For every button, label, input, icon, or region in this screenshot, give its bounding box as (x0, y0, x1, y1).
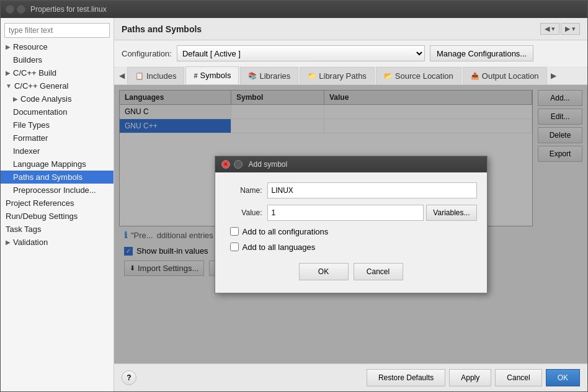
tab-libraries[interactable]: 📚 Libraries (240, 67, 298, 84)
bottom-bar-left: ? (122, 370, 136, 385)
expand-icon: ▼ (6, 82, 12, 89)
sidebar-item-language-mappings[interactable]: Language Mappings (1, 158, 114, 171)
tab-source-location[interactable]: 📂 Source Location (376, 67, 461, 84)
titlebar-buttons (6, 5, 25, 14)
manage-configurations-button[interactable]: Manage Configurations... (430, 45, 533, 61)
tab-library-paths[interactable]: 📁 Library Paths (300, 67, 375, 84)
sidebar-item-label: Run/Debug Settings (6, 212, 78, 221)
tab-output-location-label: Output Location (482, 71, 539, 81)
modal-buttons: OK Cancel (225, 258, 477, 283)
bottom-bar: ? Restore Defaults Apply Cancel OK (114, 363, 587, 391)
value-input[interactable] (267, 205, 424, 221)
modal-body: Name: Value: Variables... (215, 172, 487, 293)
main-window: Properties for test.linux ▶ Resource Bui… (0, 0, 588, 392)
add-all-langs-row: Add to all languages (225, 243, 477, 252)
sidebar-item-label: Preprocessor Include... (13, 185, 96, 195)
tab-scroll-left-button[interactable]: ◀ (117, 69, 127, 82)
tab-library-paths-label: Library Paths (319, 71, 367, 81)
tab-includes-label: Includes (146, 71, 176, 81)
sidebar-item-label: Project References (6, 198, 74, 208)
sidebar-item-task-tags[interactable]: Task Tags (1, 223, 114, 236)
add-all-configs-row: Add to all configurations (225, 227, 477, 236)
apply-button[interactable]: Apply (449, 369, 491, 386)
expand-icon: ▶ (13, 96, 18, 102)
sidebar-item-label: Paths and Symbols (13, 172, 82, 182)
name-field-row: Name: (225, 182, 477, 198)
modal-minimize-button[interactable] (234, 160, 243, 169)
sidebar-item-run-debug[interactable]: Run/Debug Settings (1, 210, 114, 223)
tab-symbols[interactable]: # Symbols (185, 66, 239, 84)
variables-button[interactable]: Variables... (426, 205, 476, 221)
output-location-tab-icon: 📤 (471, 72, 479, 80)
expand-icon: ▶ (6, 43, 11, 50)
sidebar-item-paths-and-symbols[interactable]: Paths and Symbols (1, 171, 114, 184)
help-button[interactable]: ? (122, 370, 136, 385)
sidebar-item-label: Formatter (13, 133, 48, 143)
source-location-tab-icon: 📂 (384, 72, 393, 80)
sidebar-item-preprocessor-includes[interactable]: Preprocessor Include... (1, 184, 114, 197)
add-all-configs-checkbox[interactable] (230, 227, 239, 236)
restore-defaults-button[interactable]: Restore Defaults (367, 369, 445, 386)
tab-libraries-label: Libraries (259, 71, 290, 81)
modal-ok-button[interactable]: OK (299, 263, 349, 280)
config-row: Configuration: Default [ Active ] Manage… (114, 40, 587, 66)
add-all-langs-checkbox[interactable] (230, 243, 239, 251)
modal-title: Add symbol (249, 160, 288, 169)
content-area: Languages Symbol Value GNU C GNU C++ (114, 85, 587, 363)
nav-forward-button[interactable]: ▶ ▾ (561, 23, 580, 35)
sidebar-item-c-cpp-build[interactable]: ▶ C/C++ Build (1, 66, 114, 79)
expand-icon: ▶ (6, 239, 11, 246)
add-symbol-dialog: ✕ Add symbol Name: Value: (215, 156, 488, 293)
config-select[interactable]: Default [ Active ] (177, 45, 425, 61)
sidebar-item-file-types[interactable]: File Types (1, 118, 114, 131)
tab-source-location-label: Source Location (395, 71, 453, 81)
sidebar-item-label: C/C++ General (14, 81, 68, 91)
value-field-row: Value: Variables... (225, 205, 477, 221)
modal-close-button[interactable]: ✕ (221, 160, 230, 169)
expand-icon: ▶ (6, 69, 11, 76)
modal-cancel-button[interactable]: Cancel (354, 263, 403, 280)
sidebar-item-label: Validation (13, 238, 48, 247)
sidebar-item-label: Language Mappings (13, 159, 86, 169)
right-panel: Paths and Symbols ◀ ▾ ▶ ▾ Configuration:… (114, 18, 587, 391)
sidebar-item-code-analysis[interactable]: ▶ Code Analysis (1, 92, 114, 105)
close-button[interactable] (6, 5, 14, 14)
sidebar-item-label: Task Tags (6, 225, 42, 234)
name-label: Name: (225, 186, 262, 195)
tab-includes[interactable]: 📋 Includes (127, 67, 184, 84)
minimize-button[interactable] (17, 5, 25, 14)
sidebar-item-validation[interactable]: ▶ Validation (1, 236, 114, 249)
sidebar-item-resource[interactable]: ▶ Resource (1, 40, 114, 53)
tab-scroll-right-button[interactable]: ▶ (548, 69, 559, 82)
panel-title: Paths and Symbols (122, 24, 202, 34)
modal-titlebar: ✕ Add symbol (215, 156, 487, 172)
sidebar-item-project-references[interactable]: Project References (1, 197, 114, 210)
sidebar-item-builders[interactable]: Builders (1, 53, 114, 66)
tab-symbols-label: Symbols (200, 71, 231, 80)
add-all-configs-label: Add to all configurations (243, 227, 329, 236)
sidebar-item-label: Code Analysis (20, 94, 71, 104)
cancel-button[interactable]: Cancel (495, 369, 541, 386)
sidebar-item-label: Documentation (13, 107, 67, 117)
name-input[interactable] (267, 182, 477, 198)
titlebar: Properties for test.linux (1, 1, 587, 18)
ok-button[interactable]: OK (546, 369, 580, 386)
add-all-langs-label: Add to all languages (243, 243, 316, 252)
tab-output-location[interactable]: 📤 Output Location (463, 67, 547, 84)
sidebar-item-label: Builders (13, 55, 42, 65)
config-label: Configuration: (122, 49, 172, 58)
nav-back-button[interactable]: ◀ ▾ (540, 23, 559, 35)
bottom-bar-right: Restore Defaults Apply Cancel OK (367, 369, 580, 386)
libraries-tab-icon: 📚 (248, 72, 257, 80)
sidebar: ▶ Resource Builders ▶ C/C++ Build ▼ C/C+… (1, 18, 114, 391)
sidebar-item-c-cpp-general[interactable]: ▼ C/C++ General (1, 79, 114, 92)
sidebar-item-documentation[interactable]: Documentation (1, 105, 114, 118)
sidebar-item-formatter[interactable]: Formatter (1, 131, 114, 145)
filter-input[interactable] (4, 23, 110, 38)
main-content: ▶ Resource Builders ▶ C/C++ Build ▼ C/C+… (1, 18, 587, 391)
value-label: Value: (225, 208, 262, 217)
nav-arrows: ◀ ▾ ▶ ▾ (540, 23, 580, 35)
library-paths-tab-icon: 📁 (308, 72, 316, 80)
window-title: Properties for test.linux (30, 5, 107, 14)
sidebar-item-indexer[interactable]: Indexer (1, 145, 114, 158)
